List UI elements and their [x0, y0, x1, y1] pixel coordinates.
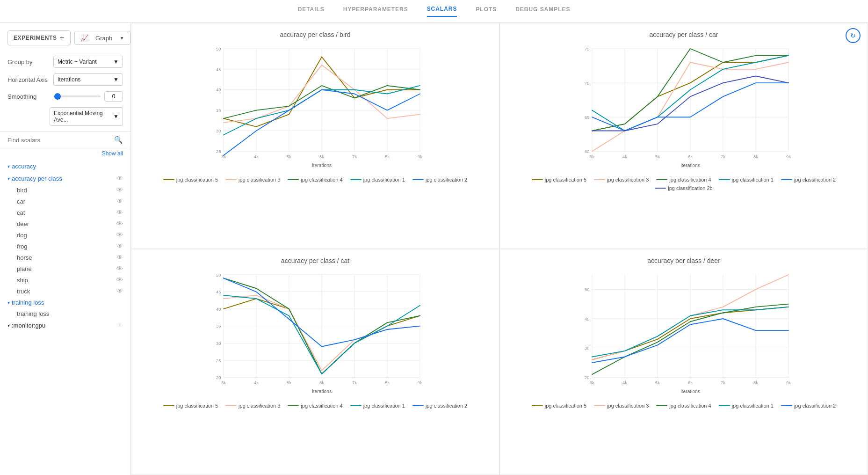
legend-label: jpg classification 5: [545, 177, 586, 183]
svg-text:35: 35: [216, 324, 221, 329]
eye-icon[interactable]: 👁: [116, 197, 123, 205]
legend-label: jpg classification 4: [301, 403, 342, 409]
tab-details[interactable]: DETAILS: [298, 6, 325, 16]
slider-thumb[interactable]: [54, 93, 61, 100]
sidebar-toolbar: EXPERIMENTS + 📈 Graph ▼: [0, 30, 130, 53]
svg-text:Iterations: Iterations: [312, 389, 332, 394]
chart-title: accuracy per class / deer: [647, 257, 720, 264]
tree-ship[interactable]: ship 👁: [0, 274, 130, 285]
svg-text:5k: 5k: [287, 154, 291, 159]
legend-item: jpg classification 3: [225, 403, 280, 409]
legend-label: jpg classification 1: [732, 177, 774, 183]
tree-truck[interactable]: truck 👁: [0, 285, 130, 297]
eye-icon[interactable]: 👁: [116, 175, 123, 182]
group-by-select[interactable]: Metric + Variant ▼: [53, 56, 123, 68]
svg-text:25: 25: [216, 149, 221, 154]
horizontal-axis-select[interactable]: Iterations ▼: [53, 73, 123, 86]
chevron-down-icon: ▼: [113, 58, 119, 65]
chart-svg: 202530354045503k4k5k6k7k8k9kIterations: [139, 268, 492, 399]
tree-training-loss-label: training loss: [12, 299, 44, 306]
smoothing-label: Smoothing: [7, 93, 50, 100]
smooth-method-select[interactable]: Exponential Moving Ave... ▼: [50, 107, 123, 126]
svg-text:45: 45: [216, 67, 221, 72]
chevron-down-icon: ▼: [113, 113, 119, 120]
chart-cell-1: accuracy per class / car606570753k4k5k6k…: [499, 23, 868, 249]
legend-item: jpg classification 3: [594, 403, 649, 409]
svg-text:50: 50: [216, 273, 221, 278]
tab-scalars[interactable]: SCALARS: [427, 6, 457, 17]
svg-text:Iterations: Iterations: [680, 163, 700, 168]
tree-dog[interactable]: dog 👁: [0, 229, 130, 241]
svg-text:20: 20: [585, 375, 589, 380]
svg-text:7k: 7k: [352, 380, 357, 385]
tree-horse[interactable]: horse 👁: [0, 252, 130, 263]
chevron-down-icon: ▼: [113, 76, 119, 83]
legend-color: [350, 405, 362, 406]
group-by-label: Group by: [7, 58, 50, 66]
legend-label: jpg classification 2: [794, 177, 836, 183]
smoothing-input[interactable]: 0: [104, 91, 123, 102]
smooth-method-row: Exponential Moving Ave... ▼: [0, 104, 130, 132]
legend-item: jpg classification 4: [656, 177, 711, 183]
tree-deer[interactable]: deer 👁: [0, 218, 130, 229]
legend-color: [532, 179, 543, 180]
legend-item: jpg classification 1: [350, 403, 405, 409]
legend-color: [350, 179, 362, 180]
legend-label: jpg classification 5: [545, 403, 586, 409]
smoothing-slider[interactable]: [53, 95, 101, 97]
tree-accuracy[interactable]: ▾ accuracy: [0, 161, 130, 172]
svg-text:60: 60: [585, 149, 589, 154]
legend-item: jpg classification 2: [412, 403, 467, 409]
chart-title: accuracy per class / bird: [280, 31, 351, 38]
svg-text:3k: 3k: [221, 380, 226, 385]
eye-icon[interactable]: 👁: [116, 186, 123, 194]
tree-frog[interactable]: frog 👁: [0, 241, 130, 252]
tab-hyperparameters[interactable]: HYPERPARAMETERS: [343, 6, 408, 16]
eye-icon[interactable]: 👁: [116, 220, 123, 227]
svg-text:4k: 4k: [254, 380, 259, 385]
search-input[interactable]: [7, 137, 110, 144]
svg-text:7k: 7k: [721, 380, 725, 385]
search-icon[interactable]: 🔍: [114, 136, 123, 144]
tree-car[interactable]: car 👁: [0, 196, 130, 207]
show-all-link[interactable]: Show all: [0, 148, 130, 159]
graph-button[interactable]: 📈 Graph ▼: [74, 31, 130, 45]
eye-icon[interactable]: 👁: [116, 254, 123, 261]
legend-item: jpg classification 3: [225, 177, 280, 183]
refresh-button[interactable]: ↻: [846, 28, 861, 43]
legend-color: [225, 405, 237, 406]
tree-bird[interactable]: bird 👁: [0, 184, 130, 196]
tree-monitor-gpu[interactable]: ▾ :monitor:gpu 👁: [0, 319, 130, 331]
svg-text:Iterations: Iterations: [680, 389, 700, 394]
eye-icon[interactable]: 👁: [116, 287, 123, 295]
svg-text:8k: 8k: [385, 154, 390, 159]
legend-item: jpg classification 1: [350, 177, 405, 183]
eye-icon[interactable]: 👁: [116, 242, 123, 250]
tree-plane[interactable]: plane 👁: [0, 263, 130, 274]
svg-text:50: 50: [585, 287, 589, 292]
svg-text:6k: 6k: [688, 154, 693, 159]
svg-text:75: 75: [585, 47, 589, 51]
legend-color: [532, 405, 543, 406]
tree-cat[interactable]: cat 👁: [0, 207, 130, 218]
legend-color: [781, 405, 792, 406]
tab-debug-samples[interactable]: DEBUG SAMPLES: [515, 6, 570, 16]
legend-label: jpg classification 5: [176, 177, 218, 183]
svg-text:9k: 9k: [786, 380, 791, 385]
experiments-button[interactable]: EXPERIMENTS +: [7, 30, 71, 45]
eye-icon[interactable]: 👁: [116, 231, 123, 239]
eye-icon[interactable]: 👁: [116, 265, 123, 272]
tree-training-loss[interactable]: ▾ training loss: [0, 297, 130, 308]
eye-icon[interactable]: 👁: [116, 276, 123, 284]
tree-training-loss-child[interactable]: training loss: [0, 308, 130, 319]
tree-accuracy-label: accuracy: [12, 163, 36, 170]
chart-cell-2: accuracy per class / cat202530354045503k…: [131, 249, 499, 475]
legend-item: jpg classification 1: [719, 177, 774, 183]
tab-plots[interactable]: PLOTS: [476, 6, 497, 16]
eye-icon[interactable]: 👁: [116, 209, 123, 216]
chart-title: accuracy per class / car: [649, 31, 718, 38]
svg-text:45: 45: [216, 290, 221, 294]
scalar-tree: ▾ accuracy ▾ accuracy per class 👁 bird 👁…: [0, 159, 130, 333]
eye-icon-disabled[interactable]: 👁: [116, 322, 123, 329]
tree-accuracy-per-class[interactable]: ▾ accuracy per class 👁: [0, 172, 130, 184]
